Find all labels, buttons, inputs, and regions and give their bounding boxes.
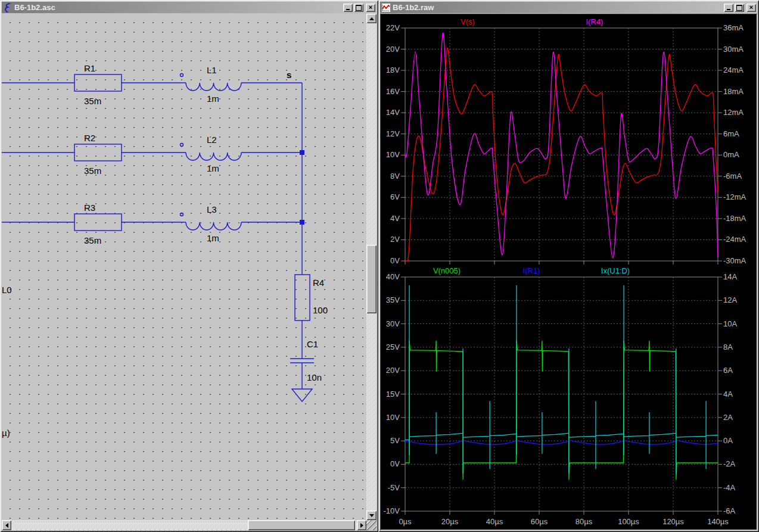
capacitor-value[interactable]: 10n <box>307 372 322 382</box>
svg-text:-4A: -4A <box>723 483 736 492</box>
svg-text:2V: 2V <box>390 235 400 244</box>
waveform-window: B6-1b2.raw × 22V36mA20V30mA18V24mA16V18m… <box>378 0 759 532</box>
svg-text:0mA: 0mA <box>723 150 739 159</box>
svg-text:10V: 10V <box>386 150 400 159</box>
svg-text:40µs: 40µs <box>486 517 503 526</box>
svg-text:140µs: 140µs <box>707 517 729 526</box>
svg-text:-10V: -10V <box>384 506 400 515</box>
svg-text:6mA: 6mA <box>723 129 739 138</box>
svg-text:120µs: 120µs <box>662 517 684 526</box>
svg-text:30V: 30V <box>386 319 400 328</box>
resize-grip[interactable] <box>366 520 377 530</box>
svg-text:100µs: 100µs <box>618 517 639 526</box>
svg-text:12mA: 12mA <box>723 108 744 117</box>
load-resistor-value[interactable]: 100 <box>313 305 328 315</box>
svg-text:15V: 15V <box>386 390 400 399</box>
svg-text:10A: 10A <box>723 319 737 328</box>
net-label-s[interactable]: s <box>287 70 291 80</box>
svg-text:16V: 16V <box>386 87 400 96</box>
horizontal-scroll-thumb[interactable] <box>248 520 355 530</box>
schematic-canvas[interactable]: R1 35m L1 1m s R2 35m L2 1m <box>2 14 366 520</box>
waveform-window-title: B6-1b2.raw <box>393 3 722 12</box>
legend-I(R4): I(R4) <box>586 17 604 26</box>
schematic-titlebar[interactable]: B6-1b2.asc × <box>2 2 377 13</box>
schematic-client: R1 35m L1 1m s R2 35m L2 1m <box>2 14 377 530</box>
legend-I(R1): I(R1) <box>523 266 540 275</box>
svg-text:14V: 14V <box>386 108 400 117</box>
close-button[interactable]: × <box>366 4 375 12</box>
capacitor-name[interactable]: C1 <box>307 339 318 349</box>
svg-text:-5V: -5V <box>388 483 400 492</box>
inductor-value[interactable]: 1m <box>207 163 219 173</box>
svg-text:6A: 6A <box>723 366 733 375</box>
plot-pane-bottom[interactable]: 40V14A35V12A30V10A25V8A20V6A15V4A10V2A5V… <box>384 266 738 526</box>
minimize-button[interactable] <box>343 4 353 12</box>
resistor-name[interactable]: R3 <box>84 203 95 213</box>
svg-text:30mA: 30mA <box>723 45 744 54</box>
svg-text:-12mA: -12mA <box>723 192 746 201</box>
inductor-value[interactable]: 1m <box>207 233 219 243</box>
svg-text:-24mA: -24mA <box>723 235 746 244</box>
svg-text:40V: 40V <box>386 272 400 281</box>
svg-text:12V: 12V <box>386 129 400 138</box>
waveform-plot[interactable]: 22V36mA20V30mA18V24mA16V18mA14V12mA12V6m… <box>380 14 757 530</box>
svg-text:22V: 22V <box>386 23 400 32</box>
plot-pane-top[interactable]: 22V36mA20V30mA18V24mA16V18mA14V12mA12V6m… <box>386 17 746 265</box>
maximize-button[interactable] <box>735 4 744 12</box>
svg-text:10V: 10V <box>386 413 400 422</box>
horizontal-scrollbar[interactable] <box>2 520 366 530</box>
svg-text:80µs: 80µs <box>576 517 593 526</box>
svg-text:20V: 20V <box>386 45 400 54</box>
svg-text:-18mA: -18mA <box>723 214 746 223</box>
svg-text:0V: 0V <box>390 459 400 468</box>
minimize-button[interactable] <box>724 4 733 12</box>
resistor-name[interactable]: R2 <box>84 133 95 143</box>
inductor-name[interactable]: L1 <box>207 65 217 75</box>
edge-text-l0: L0 <box>2 285 12 295</box>
waveform-client[interactable]: 22V36mA20V30mA18V24mA16V18mA14V12mA12V6m… <box>380 14 757 530</box>
resistor-value[interactable]: 35m <box>84 166 101 176</box>
inductor-name[interactable]: L2 <box>207 135 217 145</box>
svg-text:0V: 0V <box>390 256 400 265</box>
edge-text-mu: µ) <box>2 428 10 438</box>
waveform-titlebar[interactable]: B6-1b2.raw × <box>380 2 757 13</box>
scroll-down-button[interactable] <box>366 511 377 520</box>
svg-text:24mA: 24mA <box>723 66 744 74</box>
svg-text:-6A: -6A <box>723 506 736 515</box>
legend-V(s): V(s) <box>461 17 475 26</box>
svg-text:35V: 35V <box>386 295 400 304</box>
svg-text:14A: 14A <box>723 272 737 281</box>
svg-text:20V: 20V <box>386 366 400 375</box>
resistor-value[interactable]: 35m <box>84 235 101 245</box>
svg-text:20µs: 20µs <box>441 517 459 526</box>
load-resistor-name[interactable]: R4 <box>313 278 324 288</box>
scroll-left-button[interactable] <box>2 520 11 530</box>
svg-text:5V: 5V <box>390 436 400 445</box>
scroll-right-button[interactable] <box>357 520 366 530</box>
svg-text:4A: 4A <box>723 390 733 399</box>
maximize-button[interactable] <box>354 4 363 12</box>
svg-text:-30mA: -30mA <box>723 256 746 265</box>
inductor-value[interactable]: 1m <box>207 94 219 104</box>
schematic-window-title: B6-1b2.asc <box>14 3 341 12</box>
waveform-icon <box>381 3 391 13</box>
schematic-window: B6-1b2.asc × R1 35m L1 1m s <box>0 0 378 532</box>
svg-text:25V: 25V <box>386 343 400 351</box>
svg-text:6V: 6V <box>390 192 400 201</box>
svg-text:18V: 18V <box>386 66 400 74</box>
svg-text:12A: 12A <box>723 295 737 304</box>
svg-text:0A: 0A <box>723 436 733 445</box>
resistor-name[interactable]: R1 <box>84 63 95 73</box>
resistor-value[interactable]: 35m <box>84 96 101 106</box>
vertical-scrollbar[interactable] <box>366 14 377 520</box>
vertical-scroll-thumb[interactable] <box>366 245 377 313</box>
scroll-up-button[interactable] <box>366 14 377 23</box>
svg-text:2A: 2A <box>723 413 733 422</box>
inductor-name[interactable]: L3 <box>207 204 217 214</box>
svg-text:-6mA: -6mA <box>723 172 742 181</box>
ltspice-schematic-icon <box>3 3 13 13</box>
schematic-drawing: R1 35m L1 1m s R2 35m L2 1m <box>2 14 366 520</box>
close-button[interactable]: × <box>746 4 756 12</box>
legend-Ix(U1:D): Ix(U1:D) <box>601 266 630 275</box>
svg-text:4V: 4V <box>390 214 400 223</box>
